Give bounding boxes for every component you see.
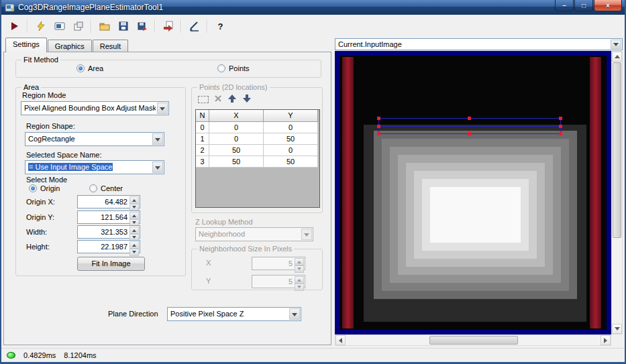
- selected-text: = Use Input Image Space: [28, 163, 113, 171]
- vertical-scrollbar[interactable]: [611, 51, 623, 335]
- combo-value: Pixel Aligned Bounding Box Adjust Mask: [24, 104, 156, 112]
- select-mode-radio-origin[interactable]: Origin: [29, 184, 60, 192]
- run-icon[interactable]: [7, 19, 22, 34]
- toolbar-separator: [207, 19, 208, 33]
- points-label: Points (2D locations): [197, 83, 270, 91]
- resize-handle[interactable]: [377, 117, 380, 120]
- red-bar-right: [590, 57, 601, 328]
- chevron-down-icon[interactable]: [152, 162, 163, 173]
- app-window: Cog3DRangeImagePlaneEstimatorTool1 – □ ×: [0, 0, 626, 364]
- neighborhood-y-field: 5: [252, 275, 305, 288]
- origin-x-label: Origin X:: [26, 198, 55, 206]
- area-label: Area: [21, 83, 41, 91]
- field-value: 64.482: [105, 198, 127, 206]
- resize-handle[interactable]: [559, 132, 562, 135]
- height-field[interactable]: 22.1987: [77, 240, 140, 253]
- red-bar-left: [342, 57, 354, 328]
- main-toolbar: ?: [1, 15, 625, 38]
- cell: 50: [209, 156, 264, 168]
- titlebar[interactable]: Cog3DRangeImagePlaneEstimatorTool1 – □ ×: [1, 0, 625, 15]
- col-header-n: N: [196, 110, 209, 122]
- scroll-up-icon[interactable]: [612, 52, 622, 62]
- region-selection-rect[interactable]: [378, 118, 561, 134]
- image-display-panel: [335, 51, 623, 346]
- save-icon[interactable]: [115, 19, 131, 34]
- tab-settings[interactable]: Settings: [5, 38, 47, 52]
- radio-label: Points: [229, 64, 250, 72]
- cell: 50: [264, 156, 318, 168]
- scroll-left-icon[interactable]: [335, 335, 346, 345]
- display-button-icon[interactable]: [52, 19, 67, 34]
- app-icon: [5, 3, 15, 13]
- signature-icon[interactable]: [187, 19, 202, 34]
- spinner[interactable]: [129, 241, 139, 252]
- delete-point-icon: [214, 95, 222, 104]
- import-icon[interactable]: [160, 19, 176, 34]
- cell: 3: [196, 156, 209, 168]
- origin-y-label: Origin Y:: [26, 213, 54, 221]
- spinner[interactable]: [129, 196, 139, 207]
- move-down-icon: [242, 94, 252, 105]
- range-image[interactable]: [340, 56, 607, 330]
- chevron-down-icon[interactable]: [152, 133, 163, 145]
- toolbar-separator: [154, 19, 156, 33]
- image-source-combo[interactable]: Current.InputImage: [335, 38, 623, 50]
- table-header-row: N X Y: [196, 110, 319, 122]
- toolbar-separator: [180, 19, 182, 33]
- horizontal-scroll-thumb[interactable]: [429, 336, 518, 345]
- points-toolbar: [198, 94, 252, 105]
- settings-tab-page: Fit Method Area Points Area Region Mode …: [3, 52, 331, 345]
- region-shape-label: Region Shape:: [26, 122, 75, 130]
- resize-handle[interactable]: [468, 117, 471, 120]
- chevron-down-icon[interactable]: [157, 103, 168, 114]
- maximize-button[interactable]: □: [574, 0, 593, 11]
- region-mid-line: [379, 126, 560, 127]
- select-mode-radio-center[interactable]: Center: [89, 184, 123, 192]
- origin-x-field[interactable]: 64.482: [77, 195, 140, 208]
- scroll-down-icon[interactable]: [612, 324, 622, 334]
- tab-result[interactable]: Result: [93, 40, 128, 52]
- spinner[interactable]: [129, 212, 139, 223]
- space-name-combo[interactable]: = Use Input Image Space: [25, 160, 164, 174]
- radio-dot: [217, 64, 225, 72]
- save-results-icon[interactable]: [134, 19, 150, 34]
- range-image-canvas[interactable]: [335, 51, 611, 335]
- resize-handle[interactable]: [559, 125, 562, 128]
- fit-in-image-button[interactable]: Fit In Image: [77, 257, 145, 271]
- tab-graphics[interactable]: Graphics: [48, 40, 92, 52]
- spin-up-icon: [129, 212, 139, 219]
- chevron-down-icon[interactable]: [289, 308, 300, 320]
- help-icon[interactable]: ?: [213, 19, 228, 34]
- points-table: N X Y 0 0 0 1 0 50 2 50 0 3 50 5: [195, 109, 320, 208]
- horizontal-scrollbar[interactable]: [335, 335, 611, 346]
- region-mode-combo[interactable]: Pixel Aligned Bounding Box Adjust Mask: [21, 101, 169, 115]
- chevron-down-icon: [301, 229, 312, 240]
- spinner[interactable]: [129, 227, 139, 237]
- cell: 0: [196, 122, 209, 133]
- field-value: 5: [289, 278, 293, 286]
- spin-down-icon: [295, 284, 304, 291]
- width-field[interactable]: 321.353: [77, 225, 140, 239]
- scroll-right-icon[interactable]: [601, 335, 611, 345]
- open-folder-icon[interactable]: [97, 19, 112, 34]
- electric-run-icon[interactable]: [33, 19, 48, 34]
- resize-handle[interactable]: [377, 125, 380, 128]
- origin-y-field[interactable]: 121.564: [77, 210, 140, 224]
- vertical-scroll-thumb[interactable]: [613, 62, 621, 238]
- scrollbar-corner: [611, 335, 623, 346]
- new-tool-icon[interactable]: [70, 19, 86, 34]
- close-button[interactable]: ×: [594, 0, 622, 11]
- plane-direction-combo[interactable]: Positive Pixel Space Z: [167, 307, 301, 321]
- col-header-x: X: [209, 110, 264, 122]
- fit-method-radio-area[interactable]: Area: [76, 64, 103, 72]
- resize-handle[interactable]: [468, 132, 471, 135]
- minimize-button[interactable]: –: [555, 0, 574, 11]
- spin-down-icon: [129, 249, 139, 256]
- region-shape-combo[interactable]: CogRectangle: [25, 132, 164, 146]
- resize-handle[interactable]: [377, 132, 380, 135]
- fit-method-radio-points[interactable]: Points: [217, 64, 250, 72]
- resize-handle[interactable]: [559, 117, 562, 120]
- combo-value: Current.InputImage: [338, 40, 609, 48]
- chevron-down-icon[interactable]: [611, 40, 621, 49]
- width-label: Width:: [26, 228, 47, 236]
